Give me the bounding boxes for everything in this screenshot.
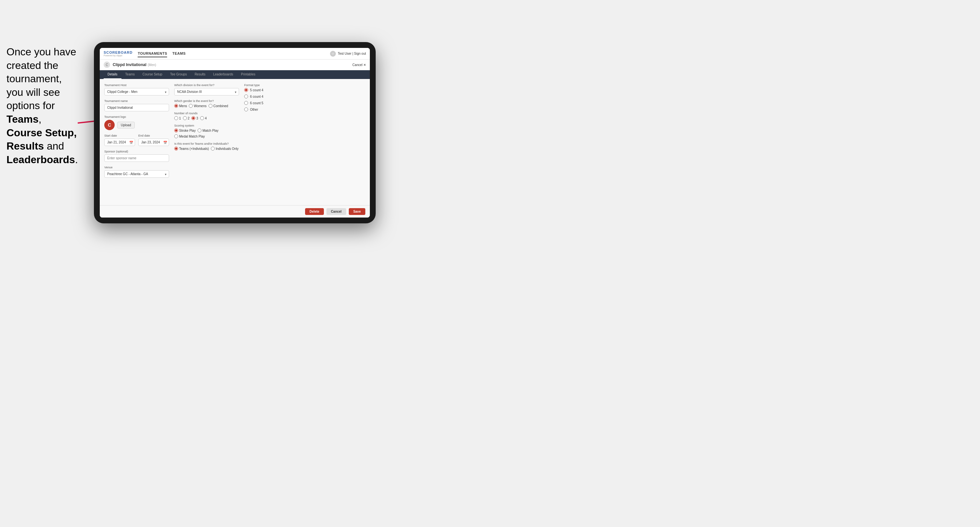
user-avatar: U	[330, 51, 336, 57]
rounds-2-radio[interactable]	[183, 116, 187, 120]
format-5count4-radio[interactable]	[244, 88, 248, 92]
cancel-button[interactable]: Cancel	[326, 208, 346, 215]
teams-combined-option[interactable]: Teams (+Individuals)	[174, 147, 209, 151]
tournament-host-label: Tournament Host	[104, 84, 169, 87]
format-other-option[interactable]: Other	[244, 108, 290, 111]
left-column: Tournament Host Clippd College - Men Tou…	[104, 84, 169, 201]
tabs-bar: Details Teams Course Setup Tee Groups Re…	[100, 70, 370, 79]
start-date-label: Start date	[104, 134, 135, 137]
teams-individuals-radio[interactable]	[211, 147, 215, 151]
gender-combined-option[interactable]: Combined	[208, 104, 228, 108]
tournament-name-group: Tournament name	[104, 99, 169, 111]
gender-mens-radio[interactable]	[174, 104, 178, 108]
format-group: Format type 5 count 4 6 count 4 6 count …	[244, 84, 290, 111]
gender-womens-label: Womens	[194, 104, 206, 108]
logo-text: SCOREBOARD	[103, 51, 132, 54]
format-6count4-option[interactable]: 6 count 4	[244, 95, 290, 98]
scoring-medal-label: Medal Match Play	[179, 135, 205, 138]
venue-select[interactable]: Peachtree GC - Atlanta - GA	[104, 170, 169, 178]
rounds-group: Number of rounds 1 2 3	[174, 112, 239, 120]
logo-sub: Powered by clippd	[103, 54, 132, 57]
save-button[interactable]: Save	[349, 208, 365, 215]
gender-mens-option[interactable]: Mens	[174, 104, 187, 108]
delete-button[interactable]: Delete	[305, 208, 324, 215]
format-6count4-radio[interactable]	[244, 95, 248, 98]
teams-group: Is this event for Teams and/or Individua…	[174, 142, 239, 151]
gender-combined-label: Combined	[213, 104, 228, 108]
tab-leaderboards[interactable]: Leaderboards	[209, 70, 237, 79]
rounds-3-label: 3	[196, 116, 198, 120]
scoring-stroke-radio[interactable]	[174, 129, 178, 132]
annotation-bold: Teams	[6, 113, 38, 125]
annotation-line: tournament,	[6, 73, 62, 84]
tab-course-setup[interactable]: Course Setup	[138, 70, 166, 79]
tab-results[interactable]: Results	[191, 70, 209, 79]
scoring-stroke-option[interactable]: Stroke Play	[174, 129, 196, 132]
rounds-4-radio[interactable]	[200, 116, 204, 120]
user-area: U Test User | Sign out	[330, 51, 366, 57]
tab-details[interactable]: Details	[103, 70, 121, 79]
rounds-2-option[interactable]: 2	[183, 116, 190, 120]
tournament-name-input[interactable]	[104, 104, 169, 111]
format-5count4-option[interactable]: 5 count 4	[244, 88, 290, 92]
gender-womens-option[interactable]: Womens	[189, 104, 206, 108]
cancel-header-button[interactable]: Cancel ✕	[352, 63, 366, 67]
annotation-period: .	[75, 154, 78, 165]
date-group: Start date 📅 End date 📅	[104, 134, 169, 146]
tab-printables[interactable]: Printables	[237, 70, 259, 79]
nav-links: TOURNAMENTS TEAMS	[138, 50, 186, 57]
format-6count5-option[interactable]: 6 count 5	[244, 101, 290, 105]
tournament-host-select[interactable]: Clippd College - Men	[104, 88, 169, 95]
tablet-screen: SCOREBOARD Powered by clippd TOURNAMENTS…	[100, 48, 370, 217]
rounds-1-label: 1	[179, 116, 181, 120]
annotation-bold: Leaderboards	[6, 154, 75, 165]
venue-label: Venue	[104, 166, 169, 169]
tournament-header: C Clippd Invitational (Men) Cancel ✕	[100, 60, 370, 70]
rounds-3-option[interactable]: 3	[191, 116, 198, 120]
start-date-wrapper: 📅	[104, 138, 135, 146]
rounds-4-label: 4	[205, 116, 207, 120]
format-other-radio[interactable]	[244, 108, 248, 111]
annotation-line: options for	[6, 100, 55, 111]
gender-womens-radio[interactable]	[189, 104, 193, 108]
right-column: Format type 5 count 4 6 count 4 6 count …	[244, 84, 290, 201]
rounds-1-option[interactable]: 1	[174, 116, 181, 120]
format-label: Format type	[244, 84, 290, 87]
tournament-host-group: Tournament Host Clippd College - Men	[104, 84, 169, 95]
tournament-logo-label: Tournament logo	[104, 115, 169, 119]
format-5count4-label: 5 count 4	[250, 88, 263, 92]
format-6count4-label: 6 count 4	[250, 95, 263, 98]
scoring-stroke-label: Stroke Play	[179, 129, 196, 132]
rounds-4-option[interactable]: 4	[200, 116, 207, 120]
annotation-and: and	[44, 140, 64, 152]
middle-column: Which division is the event for? NCAA Di…	[174, 84, 239, 201]
teams-combined-radio[interactable]	[174, 147, 178, 151]
sponsor-input[interactable]	[104, 154, 169, 162]
division-group: Which division is the event for? NCAA Di…	[174, 84, 239, 95]
rounds-3-radio[interactable]	[191, 116, 195, 120]
gender-group: Which gender is the event for? Mens Wome…	[174, 99, 239, 108]
scoring-match-radio[interactable]	[197, 129, 202, 132]
tab-tee-groups[interactable]: Tee Groups	[166, 70, 191, 79]
nav-link-teams[interactable]: TEAMS	[172, 50, 186, 57]
tab-teams[interactable]: Teams	[121, 70, 138, 79]
main-content: Tournament Host Clippd College - Men Tou…	[100, 79, 370, 205]
user-label[interactable]: Test User | Sign out	[338, 52, 366, 56]
upload-button[interactable]: Upload	[117, 122, 135, 129]
scoring-medal-radio[interactable]	[174, 134, 178, 138]
nav-link-tournaments[interactable]: TOURNAMENTS	[138, 50, 167, 57]
format-6count5-radio[interactable]	[244, 101, 248, 105]
scoring-medal-option[interactable]: Medal Match Play	[174, 134, 205, 138]
division-select[interactable]: NCAA Division III	[174, 88, 239, 95]
rounds-1-radio[interactable]	[174, 116, 178, 120]
gender-combined-radio[interactable]	[208, 104, 212, 108]
division-label: Which division is the event for?	[174, 84, 239, 87]
annotation-bold: Results	[6, 140, 44, 152]
tournament-sub: (Men)	[148, 63, 156, 67]
scoring-group: Scoring system Stroke Play Match Play	[174, 124, 239, 138]
logo-preview: C	[104, 120, 115, 130]
gender-radio-group: Mens Womens Combined	[174, 104, 239, 108]
scoring-match-option[interactable]: Match Play	[197, 129, 218, 132]
logo-area: SCOREBOARD Powered by clippd	[103, 51, 132, 57]
teams-individuals-option[interactable]: Individuals Only	[211, 147, 239, 151]
